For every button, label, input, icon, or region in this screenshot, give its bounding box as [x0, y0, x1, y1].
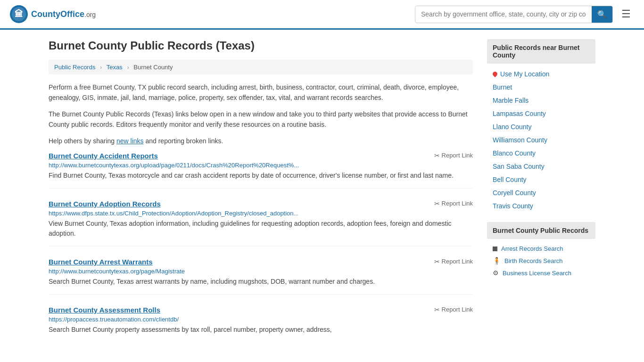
breadcrumb-burnet-county: Burnet County: [133, 64, 173, 71]
birth-records-search-link[interactable]: Birth Records Search: [504, 257, 563, 264]
page-title: Burnet County Public Records (Texas): [49, 39, 473, 52]
logo-icon: 🏛: [9, 5, 28, 24]
sidebar: Public Records near Burnet County Use My…: [487, 39, 595, 354]
report-link-label: Report Link: [442, 152, 473, 159]
sidebar-item-bell-county[interactable]: Bell County: [487, 173, 595, 186]
report-link-icon: ✂: [434, 200, 440, 207]
breadcrumb-sep-2: ›: [127, 64, 129, 71]
breadcrumb-texas[interactable]: Texas: [107, 64, 123, 71]
record-title[interactable]: Burnet County Accident Reports: [49, 152, 158, 160]
breadcrumb-sep-1: ›: [100, 64, 102, 71]
report-link-label: Report Link: [442, 306, 473, 313]
arrest-records-search-link[interactable]: Arrest Records Search: [501, 245, 563, 252]
record-header: Burnet County Arrest Warrants ✂ Report L…: [49, 258, 473, 266]
list-item: ⚙ Business License Search: [487, 267, 595, 279]
record-item: Burnet County Accident Reports ✂ Report …: [49, 152, 473, 189]
sidebar-nearby-section: Public Records near Burnet County Use My…: [487, 39, 595, 213]
report-link[interactable]: ✂ Report Link: [434, 200, 473, 207]
record-title[interactable]: Burnet County Assessment Rolls: [49, 306, 160, 314]
sidebar-item-burnet[interactable]: Burnet: [487, 81, 595, 94]
gear-icon: ⚙: [493, 269, 499, 277]
report-link-icon: ✂: [434, 306, 440, 313]
sidebar-item-travis-county[interactable]: Travis County: [487, 199, 595, 213]
report-link-label: Report Link: [442, 200, 473, 207]
logo-text: CountyOffice.org: [31, 9, 96, 19]
breadcrumb: Public Records › Texas › Burnet County: [49, 60, 473, 74]
sidebar-item-blanco-county[interactable]: Blanco County: [487, 147, 595, 160]
report-link[interactable]: ✂ Report Link: [434, 152, 473, 159]
sidebar-records-section: Burnet County Public Records Arrest Reco…: [487, 222, 595, 279]
intro3-prefix: Help others by sharing: [49, 137, 116, 145]
logo-area: 🏛 CountyOffice.org: [9, 5, 96, 24]
record-header: Burnet County Adoption Records ✂ Report …: [49, 200, 473, 208]
record-desc: Find Burnet County, Texas motorcycle and…: [49, 171, 473, 181]
record-url[interactable]: https://www.dfps.state.tx.us/Child_Prote…: [49, 210, 473, 217]
report-link-label: Report Link: [442, 258, 473, 265]
hamburger-menu-icon[interactable]: ☰: [618, 6, 635, 22]
sidebar-records-heading: Burnet County Public Records: [487, 222, 595, 239]
record-desc: View Burnet County, Texas adoption infor…: [49, 219, 473, 239]
list-item: 🧍 Birth Records Search: [487, 255, 595, 267]
record-item: Burnet County Assessment Rolls ✂ Report …: [49, 306, 473, 342]
search-input[interactable]: [415, 7, 592, 22]
intro-paragraph-1: Perform a free Burnet County, TX public …: [49, 82, 473, 103]
header: 🏛 CountyOffice.org 🔍 ☰: [0, 0, 644, 30]
record-desc: Search Burnet County, Texas arrest warra…: [49, 277, 473, 287]
record-url[interactable]: http://www.burnetcountytexas.org/page/Ma…: [49, 268, 473, 275]
intro3-suffix: and reporting broken links.: [144, 137, 223, 145]
sidebar-item-lampasas-county[interactable]: Lampasas County: [487, 107, 595, 120]
intro-paragraph-2: The Burnet County Public Records (Texas)…: [49, 109, 473, 130]
svg-text:🏛: 🏛: [15, 9, 23, 19]
sidebar-item-coryell-county[interactable]: Coryell County: [487, 186, 595, 199]
breadcrumb-public-records[interactable]: Public Records: [54, 64, 95, 71]
search-button[interactable]: 🔍: [592, 6, 612, 23]
report-link[interactable]: ✂ Report Link: [434, 258, 473, 265]
content-area: Burnet County Public Records (Texas) Pub…: [49, 39, 473, 354]
record-url[interactable]: http://www.burnetcountytexas.org/upload/…: [49, 162, 473, 169]
new-links-link[interactable]: new links: [116, 137, 144, 145]
record-url[interactable]: https://propaccess.trueautomation.com/cl…: [49, 316, 473, 323]
intro-paragraph-3: Help others by sharing new links and rep…: [49, 136, 473, 146]
record-header: Burnet County Accident Reports ✂ Report …: [49, 152, 473, 160]
main-container: Burnet County Public Records (Texas) Pub…: [39, 30, 605, 362]
record-header: Burnet County Assessment Rolls ✂ Report …: [49, 306, 473, 314]
list-item: Arrest Records Search: [487, 243, 595, 255]
report-link-icon: ✂: [434, 258, 440, 265]
report-link-icon: ✂: [434, 152, 440, 159]
report-link[interactable]: ✂ Report Link: [434, 306, 473, 313]
square-icon: [493, 247, 497, 251]
use-location-label: Use My Location: [500, 70, 549, 78]
sidebar-nearby-heading: Public Records near Burnet County: [487, 39, 595, 64]
sidebar-use-location[interactable]: Use My Location: [487, 67, 595, 81]
sidebar-item-san-saba-county[interactable]: San Saba County: [487, 160, 595, 173]
search-bar: 🔍: [415, 6, 613, 23]
sidebar-records-list: Arrest Records Search 🧍 Birth Records Se…: [487, 243, 595, 279]
sidebar-item-marble-falls[interactable]: Marble Falls: [487, 94, 595, 107]
person-icon: 🧍: [493, 257, 501, 264]
sidebar-item-llano-county[interactable]: Llano County: [487, 120, 595, 133]
location-pin-icon: [492, 71, 498, 77]
sidebar-item-williamson-county[interactable]: Williamson County: [487, 133, 595, 147]
record-desc: Search Burnet County property assessment…: [49, 325, 473, 335]
header-right: 🔍 ☰: [415, 6, 635, 23]
record-item: Burnet County Adoption Records ✂ Report …: [49, 200, 473, 247]
business-license-search-link[interactable]: Business License Search: [503, 270, 571, 277]
record-item: Burnet County Arrest Warrants ✂ Report L…: [49, 258, 473, 295]
record-title[interactable]: Burnet County Adoption Records: [49, 200, 161, 208]
record-title[interactable]: Burnet County Arrest Warrants: [49, 258, 153, 266]
